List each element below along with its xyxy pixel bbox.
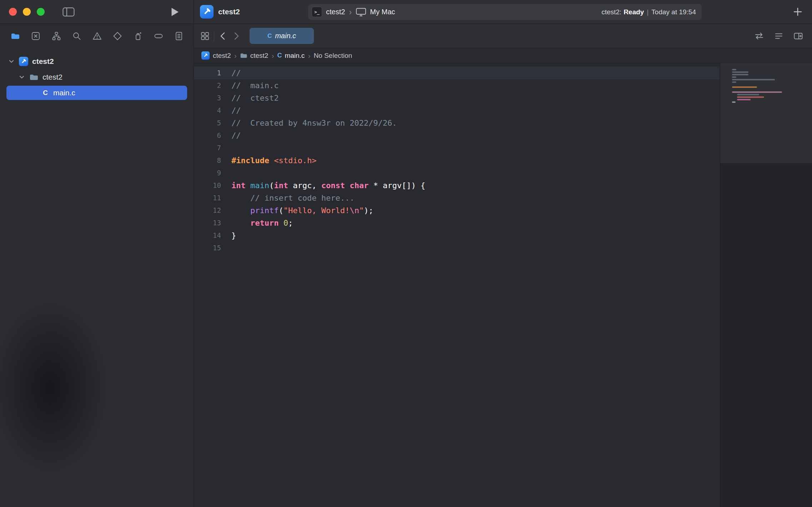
- minimap-line: [737, 96, 764, 98]
- code-line[interactable]: 1//: [194, 67, 720, 79]
- folder-icon: [29, 72, 39, 82]
- symbols-navigator-icon[interactable]: [52, 31, 61, 41]
- tree-label-group: ctest2: [42, 73, 62, 81]
- minimap-line: [732, 74, 748, 75]
- my-mac-icon: [356, 7, 366, 17]
- minimize-button[interactable]: [23, 8, 31, 16]
- minimap-line: [732, 81, 736, 83]
- tree-label-project: ctest2: [32, 57, 54, 66]
- line-number: 10: [194, 179, 221, 192]
- breakpoints-navigator-icon[interactable]: [154, 31, 163, 41]
- minimap[interactable]: [720, 63, 812, 507]
- navigator-column: ctest2 ctest2 C main.c: [0, 0, 194, 507]
- editor-controls: [754, 31, 803, 41]
- code-line[interactable]: 10int main(int argc, const char * argv[]…: [194, 179, 720, 192]
- tree-row-group[interactable]: ctest2: [0, 69, 194, 85]
- chevron-right-icon: ›: [271, 51, 274, 60]
- traffic-lights: [0, 8, 45, 16]
- source-control-navigator-icon[interactable]: [31, 31, 40, 41]
- zoom-button[interactable]: [37, 8, 45, 16]
- forward-button[interactable]: [232, 31, 240, 41]
- code-line[interactable]: 11 // insert code here...: [194, 192, 720, 204]
- code-lines[interactable]: 1//2// main.c3// ctest24//5// Created by…: [194, 63, 812, 254]
- toggle-navigator-icon[interactable]: [62, 7, 75, 17]
- c-file-icon: C: [277, 52, 282, 59]
- minimap-bars: [732, 69, 808, 104]
- tabbar-divider: [214, 31, 214, 41]
- minimap-line: [737, 99, 751, 100]
- jumpbar-selection[interactable]: No Selection: [314, 52, 352, 60]
- minimap-line: [732, 86, 757, 88]
- minimap-line: [732, 101, 736, 103]
- tree-row-project[interactable]: ctest2: [0, 54, 194, 69]
- tab-main-c[interactable]: C main.c: [250, 28, 314, 44]
- reports-navigator-icon[interactable]: [174, 31, 184, 41]
- code-line[interactable]: 14}: [194, 229, 720, 242]
- code-line[interactable]: 3// ctest2: [194, 92, 720, 104]
- chevron-right-icon: ›: [349, 8, 352, 16]
- code-line[interactable]: 2// main.c: [194, 79, 720, 92]
- chevron-right-icon: ›: [234, 51, 237, 60]
- code-line[interactable]: 5// Created by 4nsw3r on 2022/9/26.: [194, 117, 720, 129]
- project-file-tree: ctest2 ctest2 C main.c: [0, 48, 194, 507]
- code-line[interactable]: 8#include <stdio.h>: [194, 154, 720, 167]
- titlebar-left: [0, 0, 194, 24]
- editor-options-icon[interactable]: [774, 31, 783, 41]
- editor-column: ctest2 >_ ctest2 › My Mac ctest2:Ready|T…: [194, 0, 812, 507]
- window-title: ctest2: [218, 7, 240, 16]
- source-editor[interactable]: 1//2// main.c3// ctest24//5// Created by…: [194, 63, 812, 507]
- issues-navigator-icon[interactable]: [92, 31, 102, 41]
- back-button[interactable]: [219, 31, 227, 41]
- destination-selector[interactable]: My Mac: [370, 8, 395, 16]
- xcode-project-icon[interactable]: [201, 51, 210, 60]
- code-line[interactable]: 4//: [194, 104, 720, 117]
- add-editor-icon[interactable]: [793, 31, 803, 41]
- code-line[interactable]: 15: [194, 242, 720, 254]
- status-state: Ready: [623, 8, 644, 16]
- status-project: ctest2:: [601, 8, 621, 16]
- line-number: 7: [194, 142, 221, 154]
- line-number: 14: [194, 229, 221, 242]
- find-navigator-icon[interactable]: [72, 31, 81, 41]
- tree-row-file-selected[interactable]: C main.c: [6, 86, 187, 100]
- code-line[interactable]: 6//: [194, 129, 720, 142]
- disclosure-chevron-icon[interactable]: [19, 74, 25, 80]
- code-line[interactable]: 12 printf("Hello, World!\n");: [194, 204, 720, 217]
- debug-navigator-icon[interactable]: [134, 31, 143, 41]
- scheme-selector[interactable]: ctest2: [326, 8, 345, 16]
- line-number: 6: [194, 129, 221, 142]
- line-number: 12: [194, 204, 221, 217]
- code-line[interactable]: 7: [194, 142, 720, 154]
- tests-navigator-icon[interactable]: [113, 31, 122, 41]
- status-separator: |: [647, 8, 648, 16]
- tree-label-file: main.c: [53, 89, 75, 97]
- minimap-line: [732, 76, 736, 78]
- line-number: 3: [194, 92, 221, 104]
- jumpbar-group[interactable]: ctest2: [250, 52, 269, 60]
- run-button[interactable]: [171, 7, 179, 17]
- code-line[interactable]: 9: [194, 167, 720, 179]
- line-number: 2: [194, 79, 221, 92]
- disclosure-chevron-icon[interactable]: [9, 59, 14, 64]
- editor-tab-bar: C main.c: [194, 24, 812, 48]
- minimap-line: [732, 71, 748, 73]
- minimap-line: [732, 79, 775, 80]
- c-file-icon: C: [267, 32, 272, 40]
- scheme-activity-bar: >_ ctest2 › My Mac ctest2:Ready|Today at…: [308, 4, 702, 20]
- library-plus-button[interactable]: [793, 7, 803, 17]
- code-line[interactable]: 13 return 0;: [194, 217, 720, 229]
- minimap-line: [737, 94, 759, 95]
- navigator-tab-strip: [0, 24, 194, 48]
- xcode-app-icon: [200, 5, 214, 19]
- code-review-icon[interactable]: [754, 31, 764, 41]
- chevron-right-icon: ›: [308, 51, 310, 60]
- line-number: 13: [194, 217, 221, 229]
- jumpbar-file[interactable]: main.c: [285, 52, 305, 60]
- close-button[interactable]: [9, 8, 17, 16]
- jump-bar: ctest2 › ctest2 › C main.c › No Selectio…: [194, 48, 812, 63]
- editor-grid-icon[interactable]: [200, 31, 210, 41]
- activity-status[interactable]: ctest2:Ready|Today at 19:54: [601, 8, 696, 16]
- project-navigator-icon[interactable]: [11, 31, 20, 41]
- jumpbar-project[interactable]: ctest2: [213, 52, 231, 60]
- c-file-icon: C: [41, 89, 50, 97]
